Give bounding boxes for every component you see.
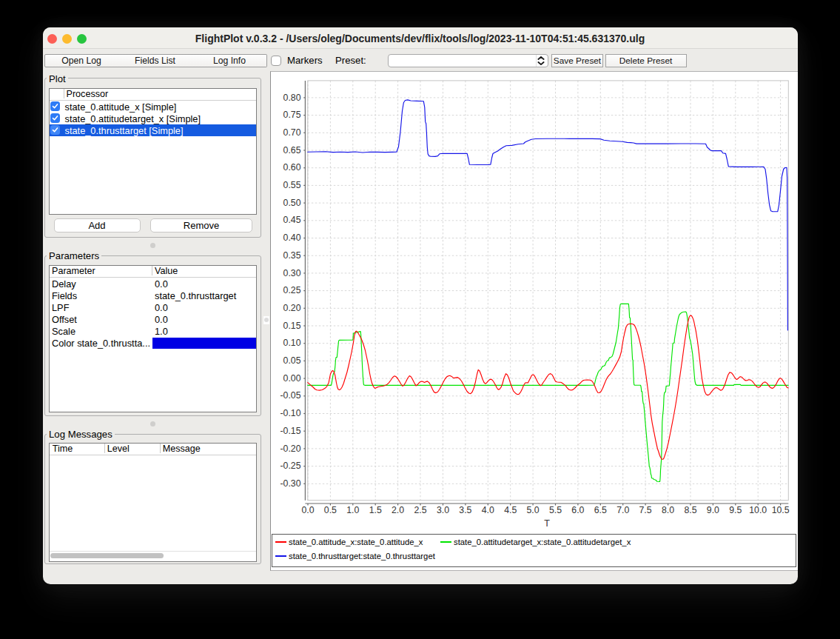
svg-text:7.5: 7.5	[639, 505, 652, 515]
svg-text:0.45: 0.45	[283, 215, 301, 225]
svg-text:6.0: 6.0	[571, 505, 584, 515]
svg-text:-0.10: -0.10	[280, 408, 300, 418]
svg-text:-0.15: -0.15	[280, 426, 300, 436]
svg-text:0.80: 0.80	[283, 93, 301, 103]
svg-text:4.5: 4.5	[504, 505, 517, 515]
svg-text:0.0: 0.0	[301, 505, 314, 515]
svg-text:-0.30: -0.30	[280, 478, 300, 489]
svg-text:2.0: 2.0	[392, 505, 404, 515]
svg-text:0.30: 0.30	[283, 268, 301, 278]
svg-text:8.5: 8.5	[684, 505, 696, 515]
svg-text:10.5: 10.5	[772, 505, 790, 515]
svg-text:7.0: 7.0	[616, 505, 629, 515]
svg-text:0.65: 0.65	[283, 145, 301, 155]
svg-text:3.0: 3.0	[437, 505, 449, 515]
svg-text:0.25: 0.25	[283, 285, 301, 295]
svg-text:0.40: 0.40	[283, 232, 301, 243]
svg-text:0.60: 0.60	[283, 162, 301, 173]
svg-text:9.0: 9.0	[707, 505, 719, 515]
svg-text:0.15: 0.15	[283, 321, 301, 331]
svg-text:0.75: 0.75	[283, 110, 301, 120]
svg-text:-0.20: -0.20	[280, 444, 300, 454]
svg-text:0.00: 0.00	[283, 373, 301, 384]
svg-text:6.5: 6.5	[594, 505, 607, 515]
svg-text:T: T	[544, 518, 550, 529]
svg-text:0.5: 0.5	[324, 505, 337, 515]
svg-text:0.50: 0.50	[283, 198, 301, 208]
svg-text:0.35: 0.35	[283, 250, 301, 261]
svg-text:4.0: 4.0	[482, 505, 494, 515]
svg-text:-0.05: -0.05	[280, 390, 300, 401]
svg-text:0.55: 0.55	[283, 180, 301, 190]
svg-text:9.5: 9.5	[729, 505, 742, 515]
svg-text:2.5: 2.5	[414, 505, 426, 515]
svg-text:5.5: 5.5	[549, 505, 562, 515]
svg-text:5.0: 5.0	[527, 505, 540, 515]
svg-text:0.70: 0.70	[283, 127, 301, 138]
svg-text:-0.25: -0.25	[280, 461, 300, 471]
svg-text:0.10: 0.10	[283, 338, 301, 348]
svg-text:1.0: 1.0	[346, 505, 359, 515]
svg-text:1.5: 1.5	[369, 505, 382, 515]
svg-text:8.0: 8.0	[662, 505, 674, 515]
svg-text:0.20: 0.20	[283, 303, 301, 313]
svg-text:0.05: 0.05	[283, 355, 301, 366]
svg-text:10.0: 10.0	[749, 505, 767, 515]
svg-text:3.5: 3.5	[459, 505, 471, 515]
